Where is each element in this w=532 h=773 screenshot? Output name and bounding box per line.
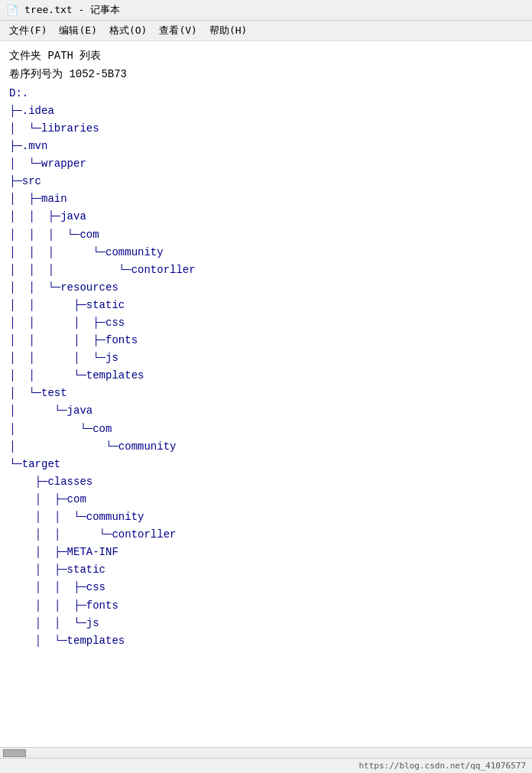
tree-line: │ │ │ ├─css — [9, 314, 523, 332]
tree-line: │ │ │ └─com — [9, 226, 523, 244]
tree-line: │ │ │ └─contorller — [9, 261, 523, 279]
tree-line: │ │ ├─java — [9, 208, 523, 226]
tree-line: │ │ │ └─js — [9, 349, 523, 367]
tree-line: ├─.idea — [9, 102, 523, 120]
tree-line: │ │ └─contorller — [9, 526, 523, 544]
status-url: https://blog.csdn.net/qq_41076577 — [358, 761, 526, 771]
tree-line: ├─src — [9, 173, 523, 190]
menu-file[interactable]: 文件(F) — [3, 22, 53, 39]
tree-line: D:. — [9, 85, 523, 102]
tree-line: │ ├─static — [9, 561, 523, 579]
horizontal-scrollbar[interactable] — [0, 747, 532, 758]
tree-line: │ │ └─js — [9, 615, 523, 632]
tree-line: │ │ └─resources — [9, 279, 523, 297]
tree-line: │ ├─META-INF — [9, 544, 523, 561]
content-area: 文件夹 PATH 列表 卷序列号为 1052-5B73 D:.├─.idea│ … — [0, 41, 532, 656]
content-scroll-area[interactable]: 文件夹 PATH 列表 卷序列号为 1052-5B73 D:.├─.idea│ … — [0, 41, 532, 747]
tree-container: D:.├─.idea│ └─libraries├─.mvn│ └─wrapper… — [9, 85, 523, 650]
tree-line: │ │ └─templates — [9, 367, 523, 385]
tree-line: │ │ │ └─community — [9, 244, 523, 261]
tree-line: │ └─com — [9, 421, 523, 438]
tree-line: │ └─templates — [9, 632, 523, 650]
tree-line: │ └─test — [9, 385, 523, 402]
menu-bar: 文件(F) 编辑(E) 格式(O) 查看(V) 帮助(H) — [0, 21, 532, 41]
menu-help[interactable]: 帮助(H) — [203, 22, 253, 39]
tree-line: ├─.mvn — [9, 138, 523, 155]
tree-line: ├─classes — [9, 473, 523, 491]
tree-line: │ │ └─community — [9, 508, 523, 526]
header-line-2: 卷序列号为 1052-5B73 — [9, 66, 523, 83]
tree-line: │ ├─com — [9, 491, 523, 508]
tree-line: │ │ ├─css — [9, 579, 523, 596]
title-bar-title: tree.txt - 记事本 — [24, 3, 120, 17]
tree-line: │ ├─main — [9, 190, 523, 208]
tree-line: │ └─wrapper — [9, 155, 523, 173]
tree-line: │ └─libraries — [9, 120, 523, 138]
tree-line: │ └─java — [9, 402, 523, 420]
tree-line: │ │ ├─static — [9, 297, 523, 314]
scrollbar-thumb[interactable] — [3, 749, 26, 757]
tree-line: └─target — [9, 456, 523, 473]
header-line-1: 文件夹 PATH 列表 — [9, 47, 523, 64]
tree-line: │ │ │ ├─fonts — [9, 332, 523, 349]
status-bar: https://blog.csdn.net/qq_41076577 — [0, 758, 532, 773]
menu-format[interactable]: 格式(O) — [103, 22, 153, 39]
menu-edit[interactable]: 编辑(E) — [53, 22, 102, 39]
tree-line: │ └─community — [9, 438, 523, 456]
title-bar: 📄 tree.txt - 记事本 — [0, 0, 532, 21]
menu-view[interactable]: 查看(V) — [153, 22, 203, 39]
title-bar-icon: 📄 — [6, 5, 18, 16]
tree-line: │ │ ├─fonts — [9, 597, 523, 615]
